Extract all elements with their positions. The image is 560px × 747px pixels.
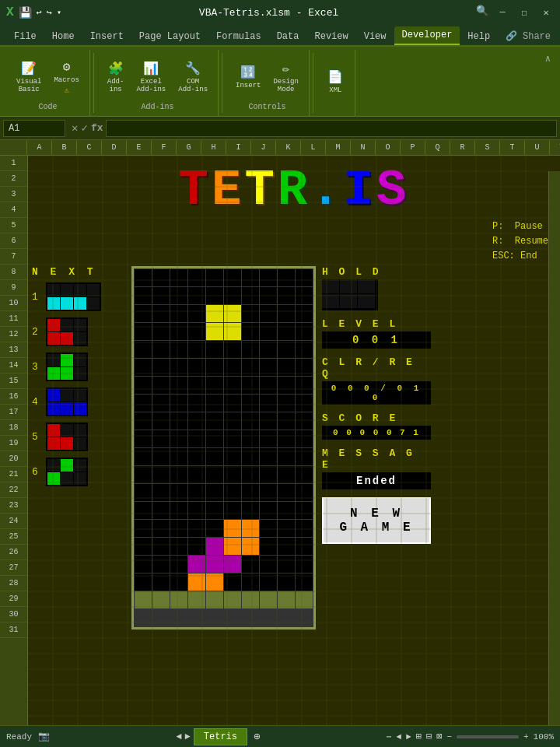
xml-group-items: 📄 XML	[324, 53, 347, 110]
title-bar: X 💾 ↩ ↪ ▾ VBA-Tetris.xlsm - Excel 🔍 ─ ☐ …	[0, 0, 560, 25]
ready-status: Ready	[6, 732, 32, 742]
xml-button[interactable]: 📄 XML	[324, 67, 347, 96]
tab-review[interactable]: Review	[306, 28, 355, 45]
col-P: P	[401, 140, 425, 155]
title-bar-center: VBA-Tetris.xlsm - Excel	[61, 7, 476, 19]
minimize-button[interactable]: ─	[495, 5, 510, 20]
title-bar-right: 🔍 ─ ☐ ✕	[476, 5, 554, 20]
row-9: 9	[0, 280, 27, 296]
tab-help[interactable]: Help	[460, 28, 498, 45]
confirm-formula-icon[interactable]: ✓	[81, 121, 87, 135]
col-T: T	[500, 140, 525, 155]
design-label: DesignMode	[273, 78, 298, 93]
grid-area: 1 2 3 4 5 6 7 8 9 10 11 12 13 14 15 16 1…	[0, 156, 560, 725]
add-sheet-button[interactable]: ⊕	[254, 730, 260, 743]
addins-icon: 🧩	[108, 61, 124, 76]
quick-undo[interactable]: ↩	[37, 7, 42, 19]
row-23: 23	[0, 498, 27, 514]
ribbon-tabs: File Home Insert Page Layout Formulas Da…	[0, 25, 560, 47]
page-layout-view[interactable]: ⊟	[426, 731, 432, 742]
insert-function-icon[interactable]: fx	[91, 122, 103, 134]
title-bar-left: X 💾 ↩ ↪ ▾	[6, 5, 61, 19]
ribbon-collapse[interactable]: ∧	[542, 50, 554, 116]
prev-page[interactable]: ◄	[396, 732, 401, 742]
sheet-tab-tetris[interactable]: Tetris	[194, 728, 247, 745]
row-11: 11	[0, 311, 27, 327]
row-3: 3	[0, 187, 27, 202]
col-D: D	[102, 140, 127, 155]
cancel-formula-icon[interactable]: ✕	[72, 121, 78, 135]
more-icon[interactable]: ⋯	[387, 731, 392, 742]
prev-sheet-button[interactable]: ◄	[176, 731, 181, 742]
zoom-out-button[interactable]: −	[446, 732, 452, 742]
controls-group-label: Controls	[248, 103, 285, 113]
zoom-slider[interactable]	[457, 735, 519, 738]
vb-icon: 📝	[21, 61, 37, 76]
normal-view[interactable]: ⊞	[416, 731, 422, 742]
cell-reference[interactable]: A1	[3, 120, 65, 137]
tab-page-layout[interactable]: Page Layout	[131, 28, 208, 45]
tab-file[interactable]: File	[6, 28, 44, 45]
col-N: N	[351, 140, 376, 155]
visual-basic-button[interactable]: 📝 VisualBasic	[12, 58, 45, 96]
next-sheet-button[interactable]: ►	[185, 731, 191, 742]
col-L: L	[301, 140, 326, 155]
col-H: H	[201, 140, 226, 155]
tab-developer[interactable]: Developer	[394, 26, 460, 45]
insert-icon: 🔢	[240, 65, 256, 80]
insert-label: Insert	[236, 82, 261, 89]
design-mode-button[interactable]: ✏️ DesignMode	[269, 58, 302, 96]
tab-formulas[interactable]: Formulas	[208, 28, 269, 45]
col-F: F	[152, 140, 177, 155]
excel-addins-icon: 📊	[143, 61, 159, 76]
tab-home[interactable]: Home	[44, 28, 82, 45]
tab-view[interactable]: View	[356, 28, 394, 45]
col-U: U	[525, 140, 550, 155]
separator-1	[93, 53, 94, 113]
tab-insert[interactable]: Insert	[82, 28, 131, 45]
search-icon[interactable]: 🔍	[476, 5, 488, 20]
share-button[interactable]: 🔗 Share	[502, 27, 554, 45]
controls-group-items: 🔢 Insert ✏️ DesignMode	[232, 53, 303, 101]
macros-button[interactable]: ⚙️ Macros ⚠	[50, 57, 82, 97]
corner-cell	[0, 140, 27, 155]
ribbon-group-controls: 🔢 Insert ✏️ DesignMode Controls	[226, 50, 310, 116]
insert-button[interactable]: 🔢 Insert	[232, 62, 264, 92]
excel-window: X 💾 ↩ ↪ ▾ VBA-Tetris.xlsm - Excel 🔍 ─ ☐ …	[0, 0, 560, 747]
close-button[interactable]: ✕	[538, 5, 554, 20]
formula-input[interactable]	[106, 120, 557, 137]
row-17: 17	[0, 405, 27, 420]
formula-bar: A1 ✕ ✓ fx	[0, 117, 560, 140]
row-28: 28	[0, 576, 27, 591]
excel-addins-button[interactable]: 📊 ExcelAdd-ins	[132, 58, 170, 96]
quick-redo[interactable]: ↪	[47, 7, 52, 19]
row-numbers: 1 2 3 4 5 6 7 8 9 10 11 12 13 14 15 16 1…	[0, 156, 28, 725]
addins-button[interactable]: 🧩 Add-ins	[103, 58, 128, 96]
macros-icon: ⚙️	[63, 59, 71, 75]
com-addins-button[interactable]: 🔧 COMAdd-ins	[174, 58, 212, 96]
xml-icon: 📄	[327, 69, 343, 85]
row-18: 18	[0, 420, 27, 436]
row-21: 21	[0, 467, 27, 482]
page-break-view[interactable]: ⊠	[436, 731, 442, 742]
status-left: Ready 📷	[6, 731, 50, 742]
maximize-button[interactable]: ☐	[516, 5, 532, 20]
row-24: 24	[0, 514, 27, 529]
row-29: 29	[0, 591, 27, 607]
row-22: 22	[0, 482, 27, 498]
row-8: 8	[0, 265, 27, 280]
row-13: 13	[0, 342, 27, 358]
col-M: M	[326, 140, 351, 155]
ribbon-group-code: 📝 VisualBasic ⚙️ Macros ⚠ Code	[6, 50, 90, 116]
quick-save[interactable]: 💾	[19, 6, 32, 19]
sheet-tabs: ◄ ► Tetris ⊕	[176, 728, 260, 745]
vertical-scrollbar[interactable]	[548, 171, 560, 725]
zoom-in-button[interactable]: +	[523, 732, 529, 742]
column-header-strip: A B C D E F G H I J K L M N O P Q R S T …	[0, 140, 560, 156]
row-7: 7	[0, 249, 27, 265]
next-page[interactable]: ►	[406, 732, 411, 742]
tab-data[interactable]: Data	[269, 28, 307, 45]
row-15: 15	[0, 374, 27, 389]
col-E: E	[127, 140, 152, 155]
com-addins-label: COMAdd-ins	[178, 78, 208, 93]
